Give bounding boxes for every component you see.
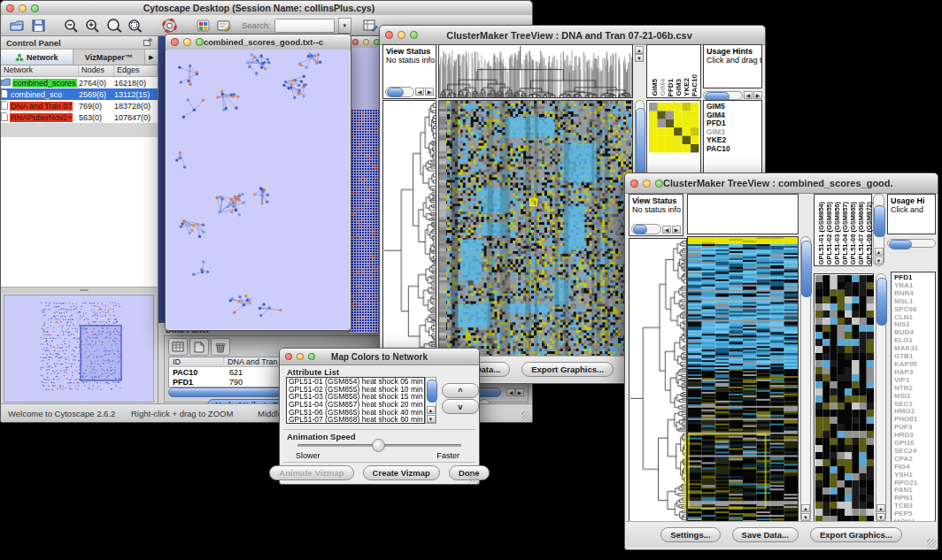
resize-grip[interactable] — [468, 473, 478, 483]
resize-grip[interactable] — [521, 411, 531, 421]
status-hscrollbar[interactable] — [631, 224, 661, 234]
zoom-fit-icon[interactable] — [105, 17, 123, 35]
help-lifering-icon[interactable] — [160, 17, 178, 35]
zoom-button[interactable] — [655, 180, 663, 188]
search-input[interactable] — [274, 19, 335, 33]
zoom-button[interactable] — [196, 38, 204, 46]
scroll-up-icon[interactable]: ▲ — [635, 46, 644, 54]
minimize-button[interactable] — [19, 4, 27, 12]
scroll-right-icon[interactable]: ▶ — [753, 91, 762, 99]
move-down-button[interactable]: v — [442, 399, 479, 414]
main-heatmap[interactable] — [687, 236, 799, 523]
minimize-button[interactable] — [398, 31, 405, 39]
scroll-up-icon[interactable]: ▲ — [876, 504, 885, 512]
attribute-select-icon[interactable] — [168, 338, 188, 356]
subheatmap-vscrollbar[interactable]: ▲ ▼ — [876, 273, 886, 523]
column-label: GPL51-04 (GSM857) — [841, 202, 849, 265]
status-hscrollbar[interactable] — [385, 87, 414, 97]
close-button[interactable] — [171, 38, 179, 46]
scroll-down-icon[interactable]: ▼ — [875, 257, 884, 265]
tv2-save-data-button[interactable]: Save Data... — [732, 527, 799, 542]
column-labels-vscrollbar[interactable]: ▲ ▼ — [873, 194, 884, 266]
panel-splitter[interactable] — [1, 288, 158, 293]
scroll-left-icon[interactable]: ◀ — [744, 91, 753, 99]
scroll-down-icon[interactable]: ▼ — [876, 513, 885, 521]
network-row[interactable]: combined_scores2764(0)16218(0) — [1, 77, 158, 88]
network-row[interactable]: combined_sco2569(6)13112(15) — [1, 88, 158, 100]
zoom-button[interactable] — [410, 31, 418, 39]
column-label: PAC10 — [691, 74, 699, 96]
delete-attribute-icon[interactable] — [211, 338, 230, 356]
scroll-left-icon[interactable]: ◀ — [662, 226, 671, 234]
network-row[interactable]: DNA and Tran 07769(0)183728(0) — [1, 100, 158, 111]
scroll-right-icon[interactable]: ▶ — [515, 388, 524, 396]
selection-subheatmap[interactable] — [815, 275, 874, 523]
treeview2-titlebar[interactable]: ClusterMaker TreeView : combined_scores_… — [625, 173, 938, 194]
tab-overflow-arrow[interactable]: ▶ — [145, 50, 158, 65]
selection-subheatmap[interactable] — [649, 103, 699, 153]
scroll-up-icon[interactable]: ▲ — [801, 504, 810, 512]
scroll-up-icon[interactable]: ▲ — [427, 406, 436, 414]
zoom-button[interactable] — [31, 4, 39, 12]
new-attribute-icon[interactable] — [189, 338, 209, 356]
network-nodes-count: 2569(6) — [79, 90, 114, 99]
scroll-left-icon[interactable]: ◀ — [506, 388, 515, 396]
tv1-export-graphics-button[interactable]: Export Graphics... — [521, 362, 614, 377]
zoom-in-icon[interactable] — [84, 17, 102, 35]
network-icon — [15, 53, 24, 62]
minimize-button[interactable] — [183, 38, 191, 46]
dialog-create-vizmap-button[interactable]: Create Vizmap — [363, 465, 440, 480]
network-row[interactable]: RNAPuberNov2+563(0)107847(0) — [1, 111, 158, 123]
minimize-button[interactable] — [643, 180, 651, 188]
scroll-down-icon[interactable]: ▼ — [427, 415, 436, 423]
scroll-right-icon[interactable]: ▶ — [672, 226, 681, 234]
treeview1-titlebar[interactable]: ClusterMaker TreeView : DNA and Tran 07-… — [380, 26, 765, 45]
zoom-button[interactable] — [308, 353, 315, 360]
main-titlebar[interactable]: Cytoscape Desktop (Session Name: collins… — [1, 1, 532, 16]
labels-hscrollbar[interactable] — [887, 238, 936, 248]
network1-canvas[interactable] — [166, 50, 350, 329]
row-dendrogram[interactable] — [382, 100, 436, 357]
tab-vizmapper[interactable]: VizMapper™ — [73, 50, 146, 65]
birdseye-view[interactable] — [4, 295, 154, 403]
vizmapper-icon[interactable] — [194, 17, 212, 35]
heatmap-vscrollbar[interactable]: ▲ ▼ — [800, 236, 811, 523]
attribute-list[interactable]: GPL51-01 (GSM854) heat shock 05 minGPL51… — [286, 377, 425, 424]
minimize-button[interactable] — [363, 39, 369, 45]
scroll-left-icon[interactable]: ◀ — [415, 88, 424, 96]
move-up-button[interactable]: ^ — [442, 383, 479, 398]
save-icon[interactable] — [29, 17, 47, 35]
close-button[interactable] — [385, 31, 393, 39]
annotation-icon[interactable] — [215, 17, 233, 35]
tv2-export-graphics-button[interactable]: Export Graphics... — [810, 527, 902, 542]
scroll-right-icon[interactable]: ▶ — [425, 88, 434, 96]
column-labels-panel: GPL51-01 (GSM854)GPL51-02 (GSM855)GPL51-… — [814, 194, 872, 266]
search-dropdown-arrow[interactable]: ▼ — [338, 18, 351, 34]
attribute-list-vscrollbar[interactable]: ▲ ▼ — [425, 377, 436, 424]
close-button[interactable] — [6, 4, 14, 12]
table-edit-icon[interactable] — [362, 17, 380, 35]
treeview2-title: ClusterMaker TreeView : combined_scores_… — [663, 178, 893, 188]
open-file-icon[interactable] — [8, 17, 26, 35]
row-dendrogram[interactable] — [629, 238, 687, 523]
float-panel-icon[interactable] — [143, 38, 152, 48]
zoom-selected-icon[interactable] — [127, 17, 144, 35]
resize-grip[interactable] — [927, 539, 937, 548]
dialog-titlebar[interactable]: Map Colors to Network — [280, 349, 479, 365]
close-button[interactable] — [285, 353, 292, 360]
network1-titlebar[interactable]: combined_scores_good.txt--cluste... — [166, 35, 351, 50]
minimize-button[interactable] — [297, 353, 304, 360]
attribute-list-item[interactable]: GPL51-07 (GSM868) heat shock 60 min — [287, 416, 424, 424]
scroll-down-icon[interactable]: ▼ — [801, 513, 810, 521]
scroll-down-icon[interactable]: ▼ — [635, 54, 644, 62]
tv2-settings-button[interactable]: Settings... — [660, 527, 720, 542]
network-tree-area[interactable] — [1, 137, 158, 288]
tab-network[interactable]: Network — [1, 50, 73, 65]
scroll-up-icon[interactable]: ▲ — [875, 248, 884, 256]
close-button[interactable] — [630, 180, 638, 188]
main-heatmap[interactable] — [438, 100, 633, 357]
speed-slider-thumb[interactable] — [372, 439, 385, 452]
column-dendrogram[interactable] — [438, 44, 633, 98]
close-button[interactable] — [352, 39, 359, 45]
zoom-out-icon[interactable] — [63, 17, 81, 35]
